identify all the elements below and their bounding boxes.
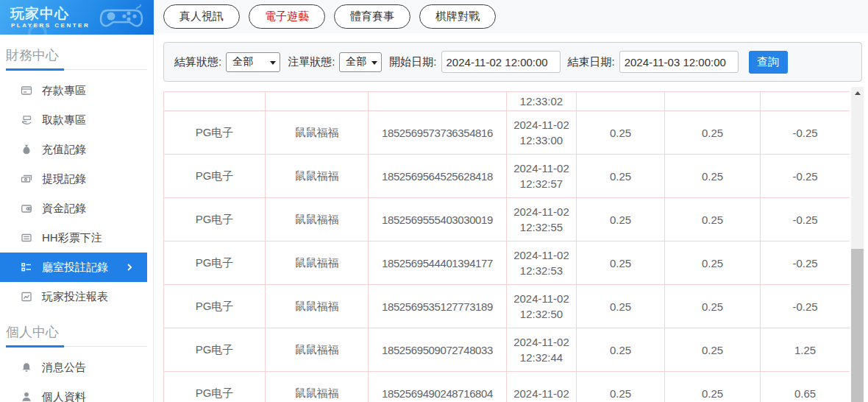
end-date-input[interactable] [619, 51, 739, 73]
sidebar-item-room-bet-record[interactable]: 廳室投註記錄 [0, 253, 147, 282]
tab-3[interactable]: 體育賽事 [334, 4, 410, 29]
table-row: PG电子鼠鼠福福18525695090727480332024-11-0212:… [164, 328, 850, 372]
filter-bar: 結算狀態: 全部 注單狀態: 全部 開始日期: 結束日期: 查詢 [163, 42, 862, 82]
menu: 存款專區取款專區充值記錄提現記錄資金記錄HH彩票下注廳室投註記錄玩家投注報表 [0, 76, 153, 311]
scrollbar-thumb[interactable] [851, 249, 864, 402]
payout-cell: -0.25 [761, 241, 850, 285]
end-date-label: 結束日期: [568, 55, 615, 69]
order-status-label: 注單狀態: [288, 55, 335, 69]
menu: 消息公告個人資料 [0, 353, 153, 402]
sidebar-item-label: 資金記錄 [42, 202, 86, 216]
sidebar-item-label: 取款專區 [42, 113, 86, 127]
sidebar-item-label: 消息公告 [42, 361, 86, 375]
section-heading: 財務中心 [6, 46, 153, 64]
game-name-cell: 鼠鼠福福 [266, 328, 369, 372]
order-id-cell: 1852569573736354816 [369, 111, 507, 155]
provider-cell: PG电子 [164, 198, 266, 241]
table-cell [577, 92, 665, 111]
sidebar-item-lottery-bet[interactable]: HH彩票下注 [0, 223, 153, 253]
section-heading: 個人中心 [6, 323, 153, 341]
bet-amount-cell: 0.25 [577, 198, 665, 241]
order-id-cell: 1852569555403030019 [369, 198, 507, 241]
table-row: PG电子鼠鼠福福18525695444013941772024-11-0212:… [164, 241, 850, 285]
bet-time-cell: 2024-11-0212:32:53 [507, 241, 577, 285]
bet-date: 2024-11-02 [507, 334, 576, 350]
bet-date: 2024-11-02 [507, 161, 576, 176]
table-row: PG电子鼠鼠福福18525695351277731892024-11-0212:… [164, 285, 850, 328]
search-button[interactable]: 查詢 [749, 51, 788, 74]
sidebar-item-recharge-record[interactable]: 充值記錄 [0, 135, 153, 164]
game-name-cell: 鼠鼠福福 [266, 372, 369, 402]
bet-amount-cell: 0.25 [577, 285, 665, 328]
order-id-cell: 1852569490248716804 [369, 372, 507, 402]
order-id-cell: 1852569564525628418 [369, 155, 507, 198]
bet-amount-cell: 0.25 [577, 372, 665, 402]
valid-bet-cell: 0.25 [665, 285, 761, 328]
vertical-scrollbar[interactable] [851, 87, 864, 402]
tab-2[interactable]: 電子遊藝 [249, 4, 325, 29]
sidebar-item-label: 充值記錄 [42, 143, 86, 157]
app-title: 玩家中心 [10, 4, 69, 24]
bet-time: 12:32:50 [507, 306, 576, 322]
bet-date: 2024-11-02 [507, 204, 576, 219]
valid-bet-cell: 0.25 [665, 241, 761, 285]
main-content: 真人視訊電子遊藝體育賽事棋牌對戰 結算狀態: 全部 注單狀態: 全部 開始日期:… [154, 0, 868, 402]
announcement-bell-icon [21, 362, 32, 373]
section-divider [6, 345, 147, 348]
sidebar-item-announcement-bell[interactable]: 消息公告 [0, 353, 153, 382]
table-row: PG电子鼠鼠福福18525695554030300192024-11-0212:… [164, 198, 850, 241]
sidebar-item-withdraw[interactable]: 取款專區 [0, 105, 153, 135]
order-status-value: 全部 [346, 55, 366, 68]
app-subtitle: PLAYERS CENTER [11, 22, 90, 29]
order-id-cell: 1852569544401394177 [369, 241, 507, 285]
bet-date: 2024-11-02 [507, 247, 576, 263]
sidebar-item-funds-record[interactable]: 資金記錄 [0, 194, 153, 223]
table-row-partial: 12:33:02 [164, 92, 850, 111]
sidebar-header: 玩家中心 PLAYERS CENTER [0, 0, 154, 35]
tab-4[interactable]: 棋牌對戰 [419, 4, 496, 29]
sidebar-item-label: 廳室投註記錄 [42, 261, 108, 275]
order-status-select[interactable]: 全部 [339, 52, 382, 72]
table-cell [665, 92, 761, 111]
payout-cell: 0.65 [761, 372, 850, 402]
bet-time-cell: 2024-11-02 [507, 372, 577, 402]
recharge-record-icon [21, 144, 32, 155]
bet-time-cell: 2024-11-0212:32:57 [507, 155, 577, 198]
tab-1[interactable]: 真人視訊 [163, 4, 240, 29]
settle-status-select[interactable]: 全部 [226, 52, 280, 72]
sidebar-item-deposit[interactable]: 存款專區 [0, 76, 153, 105]
order-id-cell: 1852569509072748033 [369, 328, 507, 372]
bet-time-cell: 12:33:02 [507, 92, 577, 111]
table-cell [369, 92, 507, 111]
order-id-cell: 1852569535127773189 [369, 285, 507, 328]
bet-time-cell: 2024-11-0212:32:44 [507, 328, 577, 372]
settle-status-label: 結算狀態: [174, 55, 221, 69]
valid-bet-cell: 0.25 [665, 328, 761, 372]
bet-time: 12:32:44 [507, 350, 576, 365]
sidebar-item-profile-person[interactable]: 個人資料 [0, 382, 153, 402]
table-cell [761, 92, 850, 111]
provider-cell: PG电子 [164, 155, 266, 198]
start-date-input[interactable] [441, 51, 561, 73]
game-name-cell: 鼠鼠福福 [266, 111, 369, 155]
bet-time: 12:33:00 [507, 133, 576, 148]
provider-cell: PG电子 [164, 111, 266, 155]
bet-time: 12:32:53 [507, 263, 576, 278]
bet-amount-cell: 0.25 [577, 111, 665, 155]
sidebar-item-cash-out-record[interactable]: 提現記錄 [0, 164, 153, 194]
sidebar-item-label: 玩家投注報表 [42, 290, 108, 304]
sidebar-item-player-report[interactable]: 玩家投注報表 [0, 282, 153, 311]
withdraw-icon [21, 114, 32, 126]
game-name-cell: 鼠鼠福福 [266, 241, 369, 285]
payout-cell: -0.25 [761, 111, 850, 155]
chevron-right-icon [124, 261, 135, 273]
valid-bet-cell: 0.25 [665, 111, 761, 155]
game-name-cell: 鼠鼠福福 [266, 285, 369, 328]
table-row: PG电子鼠鼠福福18525695645256284182024-11-0212:… [164, 155, 850, 198]
payout-cell: -0.25 [761, 285, 850, 328]
table-row: PG电子鼠鼠福福18525694902487168042024-11-020.2… [164, 372, 850, 402]
sidebar-item-label: 存款專區 [42, 84, 86, 98]
section-divider [6, 68, 147, 71]
bet-date: 2024-11-02 [507, 386, 576, 401]
scroll-up-button[interactable] [851, 87, 864, 99]
